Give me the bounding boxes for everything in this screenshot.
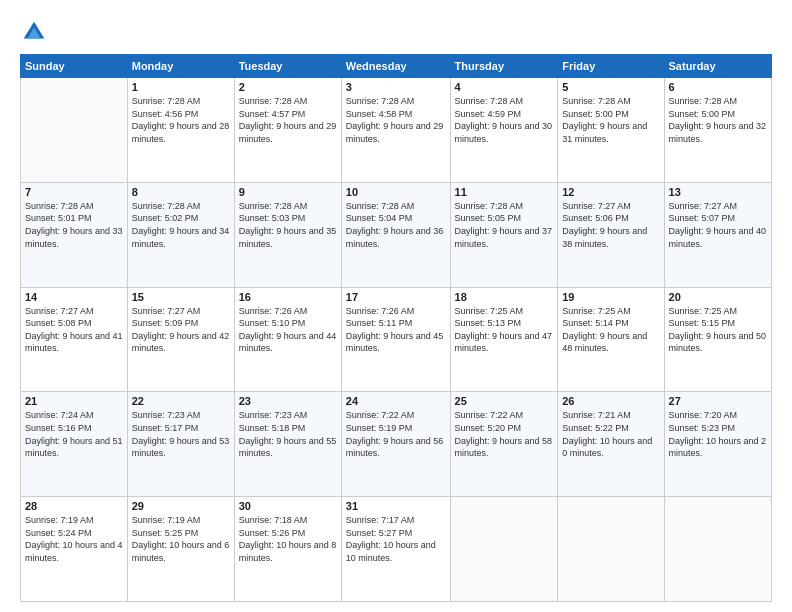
day-of-week-header: Wednesday [341, 55, 450, 78]
day-number: 10 [346, 186, 446, 198]
calendar-day-cell: 20Sunrise: 7:25 AMSunset: 5:15 PMDayligh… [664, 287, 771, 392]
day-number: 30 [239, 500, 337, 512]
day-info: Sunrise: 7:19 AMSunset: 5:24 PMDaylight:… [25, 514, 123, 564]
logo-icon [20, 18, 48, 46]
day-info: Sunrise: 7:17 AMSunset: 5:27 PMDaylight:… [346, 514, 446, 564]
calendar-day-cell: 26Sunrise: 7:21 AMSunset: 5:22 PMDayligh… [558, 392, 664, 497]
calendar-header-row: SundayMondayTuesdayWednesdayThursdayFrid… [21, 55, 772, 78]
calendar-day-cell: 29Sunrise: 7:19 AMSunset: 5:25 PMDayligh… [127, 497, 234, 602]
day-number: 28 [25, 500, 123, 512]
day-number: 7 [25, 186, 123, 198]
day-info: Sunrise: 7:25 AMSunset: 5:14 PMDaylight:… [562, 305, 659, 355]
calendar-day-cell: 14Sunrise: 7:27 AMSunset: 5:08 PMDayligh… [21, 287, 128, 392]
day-info: Sunrise: 7:28 AMSunset: 5:05 PMDaylight:… [455, 200, 554, 250]
calendar-day-cell: 16Sunrise: 7:26 AMSunset: 5:10 PMDayligh… [234, 287, 341, 392]
day-number: 26 [562, 395, 659, 407]
day-info: Sunrise: 7:25 AMSunset: 5:13 PMDaylight:… [455, 305, 554, 355]
calendar-day-cell: 21Sunrise: 7:24 AMSunset: 5:16 PMDayligh… [21, 392, 128, 497]
day-number: 14 [25, 291, 123, 303]
day-info: Sunrise: 7:22 AMSunset: 5:20 PMDaylight:… [455, 409, 554, 459]
day-number: 23 [239, 395, 337, 407]
day-of-week-header: Monday [127, 55, 234, 78]
calendar-day-cell: 25Sunrise: 7:22 AMSunset: 5:20 PMDayligh… [450, 392, 558, 497]
calendar-day-cell: 18Sunrise: 7:25 AMSunset: 5:13 PMDayligh… [450, 287, 558, 392]
day-number: 19 [562, 291, 659, 303]
calendar-table: SundayMondayTuesdayWednesdayThursdayFrid… [20, 54, 772, 602]
calendar-day-cell: 5Sunrise: 7:28 AMSunset: 5:00 PMDaylight… [558, 78, 664, 183]
day-info: Sunrise: 7:27 AMSunset: 5:07 PMDaylight:… [669, 200, 767, 250]
day-info: Sunrise: 7:28 AMSunset: 5:03 PMDaylight:… [239, 200, 337, 250]
day-number: 29 [132, 500, 230, 512]
day-info: Sunrise: 7:24 AMSunset: 5:16 PMDaylight:… [25, 409, 123, 459]
day-info: Sunrise: 7:26 AMSunset: 5:10 PMDaylight:… [239, 305, 337, 355]
day-number: 3 [346, 81, 446, 93]
calendar-day-cell [21, 78, 128, 183]
logo [20, 18, 54, 46]
day-number: 20 [669, 291, 767, 303]
calendar-day-cell: 3Sunrise: 7:28 AMSunset: 4:58 PMDaylight… [341, 78, 450, 183]
day-number: 16 [239, 291, 337, 303]
calendar-day-cell: 28Sunrise: 7:19 AMSunset: 5:24 PMDayligh… [21, 497, 128, 602]
day-info: Sunrise: 7:27 AMSunset: 5:06 PMDaylight:… [562, 200, 659, 250]
calendar-day-cell: 27Sunrise: 7:20 AMSunset: 5:23 PMDayligh… [664, 392, 771, 497]
calendar-day-cell: 31Sunrise: 7:17 AMSunset: 5:27 PMDayligh… [341, 497, 450, 602]
day-of-week-header: Saturday [664, 55, 771, 78]
calendar-week-row: 1Sunrise: 7:28 AMSunset: 4:56 PMDaylight… [21, 78, 772, 183]
day-number: 8 [132, 186, 230, 198]
calendar-day-cell: 4Sunrise: 7:28 AMSunset: 4:59 PMDaylight… [450, 78, 558, 183]
day-info: Sunrise: 7:28 AMSunset: 5:01 PMDaylight:… [25, 200, 123, 250]
day-number: 1 [132, 81, 230, 93]
day-number: 4 [455, 81, 554, 93]
calendar-day-cell: 10Sunrise: 7:28 AMSunset: 5:04 PMDayligh… [341, 182, 450, 287]
day-info: Sunrise: 7:28 AMSunset: 5:00 PMDaylight:… [562, 95, 659, 145]
day-of-week-header: Friday [558, 55, 664, 78]
calendar-week-row: 21Sunrise: 7:24 AMSunset: 5:16 PMDayligh… [21, 392, 772, 497]
calendar-week-row: 14Sunrise: 7:27 AMSunset: 5:08 PMDayligh… [21, 287, 772, 392]
day-info: Sunrise: 7:28 AMSunset: 5:04 PMDaylight:… [346, 200, 446, 250]
day-info: Sunrise: 7:23 AMSunset: 5:18 PMDaylight:… [239, 409, 337, 459]
day-number: 5 [562, 81, 659, 93]
day-info: Sunrise: 7:23 AMSunset: 5:17 PMDaylight:… [132, 409, 230, 459]
calendar-day-cell: 13Sunrise: 7:27 AMSunset: 5:07 PMDayligh… [664, 182, 771, 287]
day-info: Sunrise: 7:28 AMSunset: 4:56 PMDaylight:… [132, 95, 230, 145]
calendar-week-row: 28Sunrise: 7:19 AMSunset: 5:24 PMDayligh… [21, 497, 772, 602]
day-number: 31 [346, 500, 446, 512]
day-number: 22 [132, 395, 230, 407]
day-number: 17 [346, 291, 446, 303]
day-info: Sunrise: 7:22 AMSunset: 5:19 PMDaylight:… [346, 409, 446, 459]
page: SundayMondayTuesdayWednesdayThursdayFrid… [0, 0, 792, 612]
day-info: Sunrise: 7:28 AMSunset: 4:57 PMDaylight:… [239, 95, 337, 145]
day-number: 15 [132, 291, 230, 303]
day-info: Sunrise: 7:18 AMSunset: 5:26 PMDaylight:… [239, 514, 337, 564]
calendar-day-cell: 24Sunrise: 7:22 AMSunset: 5:19 PMDayligh… [341, 392, 450, 497]
calendar-day-cell: 22Sunrise: 7:23 AMSunset: 5:17 PMDayligh… [127, 392, 234, 497]
day-info: Sunrise: 7:28 AMSunset: 4:59 PMDaylight:… [455, 95, 554, 145]
calendar-day-cell: 7Sunrise: 7:28 AMSunset: 5:01 PMDaylight… [21, 182, 128, 287]
day-info: Sunrise: 7:19 AMSunset: 5:25 PMDaylight:… [132, 514, 230, 564]
calendar-day-cell: 19Sunrise: 7:25 AMSunset: 5:14 PMDayligh… [558, 287, 664, 392]
calendar-day-cell: 8Sunrise: 7:28 AMSunset: 5:02 PMDaylight… [127, 182, 234, 287]
day-number: 21 [25, 395, 123, 407]
day-info: Sunrise: 7:27 AMSunset: 5:08 PMDaylight:… [25, 305, 123, 355]
calendar-day-cell: 1Sunrise: 7:28 AMSunset: 4:56 PMDaylight… [127, 78, 234, 183]
calendar-day-cell: 23Sunrise: 7:23 AMSunset: 5:18 PMDayligh… [234, 392, 341, 497]
day-number: 9 [239, 186, 337, 198]
calendar-day-cell: 17Sunrise: 7:26 AMSunset: 5:11 PMDayligh… [341, 287, 450, 392]
day-of-week-header: Thursday [450, 55, 558, 78]
calendar-day-cell [664, 497, 771, 602]
day-number: 18 [455, 291, 554, 303]
day-number: 25 [455, 395, 554, 407]
day-number: 12 [562, 186, 659, 198]
day-number: 6 [669, 81, 767, 93]
calendar-day-cell: 11Sunrise: 7:28 AMSunset: 5:05 PMDayligh… [450, 182, 558, 287]
calendar-day-cell [450, 497, 558, 602]
day-info: Sunrise: 7:26 AMSunset: 5:11 PMDaylight:… [346, 305, 446, 355]
calendar-day-cell: 9Sunrise: 7:28 AMSunset: 5:03 PMDaylight… [234, 182, 341, 287]
day-number: 27 [669, 395, 767, 407]
day-number: 2 [239, 81, 337, 93]
day-number: 11 [455, 186, 554, 198]
calendar-day-cell: 15Sunrise: 7:27 AMSunset: 5:09 PMDayligh… [127, 287, 234, 392]
day-info: Sunrise: 7:25 AMSunset: 5:15 PMDaylight:… [669, 305, 767, 355]
day-info: Sunrise: 7:28 AMSunset: 5:00 PMDaylight:… [669, 95, 767, 145]
calendar-day-cell [558, 497, 664, 602]
